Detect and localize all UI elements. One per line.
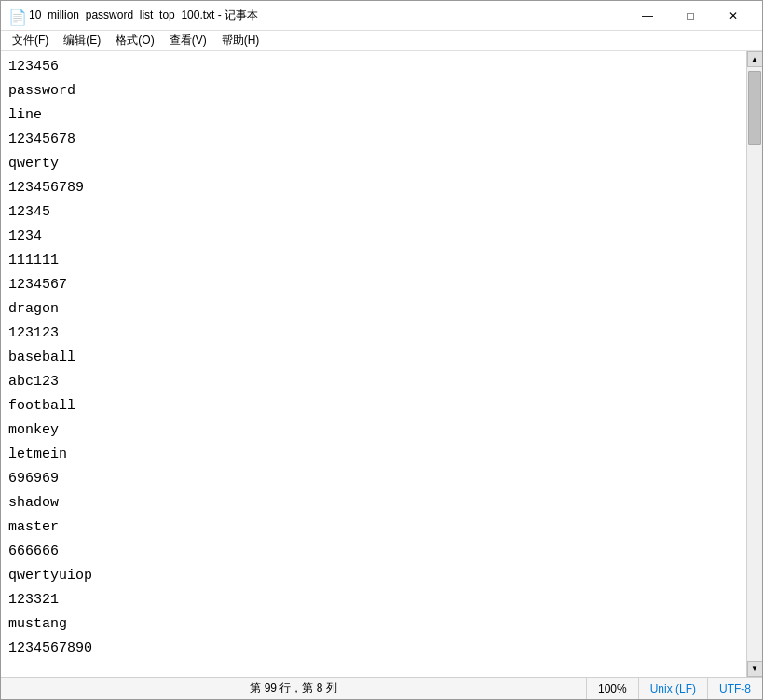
list-item: shadow — [8, 491, 739, 515]
list-item: 666666 — [8, 540, 739, 564]
text-editor[interactable]: 123456passwordline12345678qwerty12345678… — [1, 51, 746, 677]
menu-format[interactable]: 格式(O) — [108, 31, 161, 50]
list-item: football — [8, 394, 739, 419]
list-item: mustang — [8, 612, 739, 637]
menu-help[interactable]: 帮助(H) — [214, 31, 267, 50]
list-item: qwerty — [8, 152, 739, 176]
content-area: 123456passwordline12345678qwerty12345678… — [1, 51, 762, 677]
scrollbar-thumb[interactable] — [748, 71, 761, 145]
menu-bar: 文件(F) 编辑(E) 格式(O) 查看(V) 帮助(H) — [1, 31, 762, 51]
list-item: 12345 — [8, 200, 739, 225]
list-item: 123123 — [8, 322, 739, 346]
list-item: dragon — [8, 297, 739, 322]
list-item: master — [8, 515, 739, 540]
status-encoding: UTF-8 — [708, 678, 762, 699]
list-item: password — [8, 79, 739, 103]
status-zoom: 100% — [587, 678, 639, 699]
list-item: abc123 — [8, 370, 739, 394]
list-item: 111111 — [8, 249, 739, 273]
close-button[interactable]: ✕ — [712, 1, 755, 31]
list-item: 123456789 — [8, 176, 739, 200]
menu-file[interactable]: 文件(F) — [5, 31, 56, 50]
status-bar: 第 99 行，第 8 列 100% Unix (LF) UTF-8 — [1, 677, 762, 699]
vertical-scrollbar[interactable]: ▲ ▼ — [746, 51, 762, 677]
minimize-button[interactable]: — — [626, 1, 669, 31]
list-item: 123321 — [8, 588, 739, 612]
menu-edit[interactable]: 编辑(E) — [56, 31, 108, 50]
list-item: 12345678 — [8, 128, 739, 152]
scrollbar-up-button[interactable]: ▲ — [747, 51, 763, 67]
list-item: letmein — [8, 443, 739, 467]
list-item: baseball — [8, 346, 739, 370]
app-icon: 📄 — [8, 8, 23, 23]
list-item: 1234567890 — [8, 637, 739, 661]
status-line-ending: Unix (LF) — [639, 678, 708, 699]
menu-view[interactable]: 查看(V) — [162, 31, 214, 50]
list-item: 696969 — [8, 467, 739, 491]
list-item: monkey — [8, 419, 739, 443]
list-item: 1234567 — [8, 273, 739, 297]
scrollbar-track[interactable] — [747, 67, 763, 661]
notepad-window: 📄 10_million_password_list_top_100.txt -… — [0, 0, 763, 700]
window-controls: — □ ✕ — [626, 1, 755, 31]
list-item: 123456 — [8, 55, 739, 79]
scrollbar-down-button[interactable]: ▼ — [747, 661, 763, 677]
list-item: 1234 — [8, 225, 739, 249]
list-item: line — [8, 103, 739, 128]
list-item: qwertyuiop — [8, 564, 739, 588]
maximize-button[interactable]: □ — [669, 1, 712, 31]
status-position: 第 99 行，第 8 列 — [1, 678, 587, 699]
window-title: 10_million_password_list_top_100.txt - 记… — [29, 7, 626, 23]
title-bar: 📄 10_million_password_list_top_100.txt -… — [1, 1, 762, 31]
